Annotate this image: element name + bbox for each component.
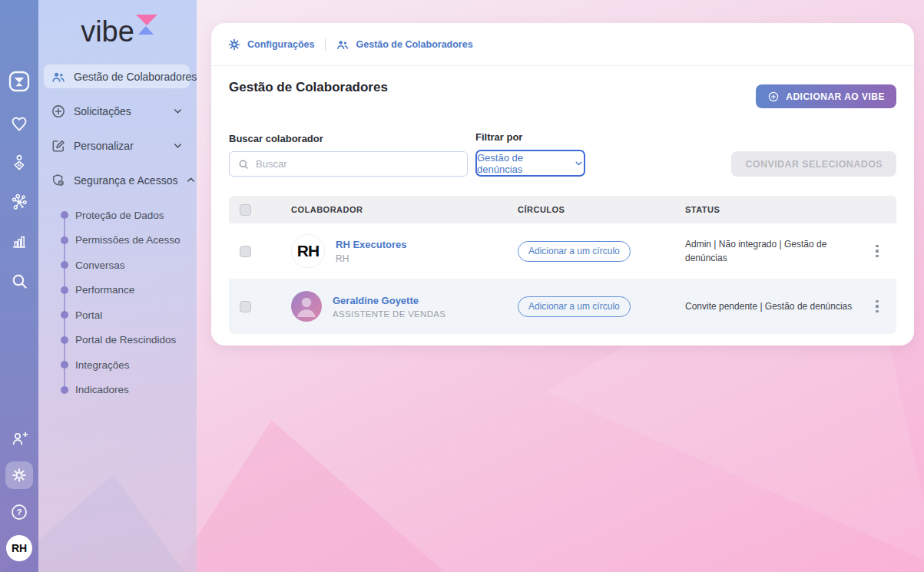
breadcrumb-label: Configurações [247,39,315,50]
filter-select[interactable]: Gestão de denúncias [475,150,585,177]
collaborators-table: COLABORADOR CÍRCULOS STATUS RH RH Execut… [229,196,896,334]
column-circulos: CÍRCULOS [518,205,685,214]
plus-circle-icon [51,104,66,119]
avatar: RH [291,234,325,268]
sidebar-item-seguranca-acessos[interactable]: Segurança e Acessos [44,168,190,192]
status-text: Admin | Não integrado | Gestão de denúnc… [685,237,854,265]
sidebar-subitem-portal[interactable]: Portal [44,303,190,328]
help-icon[interactable]: ? [10,503,28,521]
shield-icon [51,173,66,188]
bar-chart-icon[interactable] [10,232,28,250]
settings-button[interactable] [5,461,33,489]
select-all-checkbox[interactable] [240,204,251,216]
magnifier-icon [237,158,250,170]
logo-triangle-pink-icon [136,15,157,25]
invite-selected-button[interactable]: CONVIDAR SELECIONADOS [731,151,896,177]
sidebar-subitem-performance[interactable]: Performance [44,278,190,303]
chevron-down-icon [172,105,184,117]
breadcrumb-label: Gestão de Colaboradores [356,39,473,50]
status-text: Convite pendente | Gestão de denúncias [685,299,854,313]
sidebar-subitem-permissoes-de-acesso[interactable]: Permissões de Acesso [44,228,190,253]
chevron-up-icon [185,174,197,186]
network-icon[interactable] [10,193,28,211]
logo-triangle-blue-icon [138,26,154,35]
avatar [291,291,322,322]
search-icon[interactable] [9,271,29,291]
sidebar-item-gestao-colaboradores[interactable]: Gestão de Colaboradores [44,64,190,88]
sidebar-nav: Gestão de Colaboradores Solicitações Per… [38,48,197,402]
chevron-down-icon [574,158,584,168]
table-row: Geraldine Goyette ASSISTENTE DE VENDAS A… [229,279,896,334]
gear-icon [228,38,240,51]
search-box [229,151,468,177]
svg-text:AI: AI [18,163,22,167]
sidebar-item-label: Personalizar [74,140,134,152]
security-submenu: Proteção de Dados Permissões de Acesso C… [44,203,190,402]
page-title: Gestão de Colaboradores [229,80,388,95]
filter-selected-value: Gestão de denúncias [477,152,568,175]
user-avatar[interactable]: RH [6,535,32,561]
kebab-menu-icon[interactable] [858,242,896,261]
table-row: RH RH Executores RH Adicionar a um círcu… [229,223,896,279]
circle-plus-icon [767,91,780,103]
gear-icon [12,468,27,483]
sidebar-item-solicitacoes[interactable]: Solicitações [44,99,190,123]
add-to-circle-button[interactable]: Adicionar a um círculo [518,241,631,262]
people-icon [336,38,349,51]
kebab-menu-icon[interactable] [858,297,896,316]
sidebar-subitem-conversas[interactable]: Conversas [44,253,190,278]
sidebar-item-label: Gestão de Colaboradores [74,71,197,83]
icon-rail: AI ? RH [0,0,38,572]
person-add-icon[interactable] [10,429,28,448]
filter-label: Filtrar por [475,131,585,143]
heart-icon[interactable] [10,114,28,133]
add-to-vibe-label: ADICIONAR AO VIBE [786,91,885,102]
search-input[interactable] [256,158,459,170]
svg-text:?: ? [16,508,22,517]
search-group: Buscar colaborador [229,133,468,177]
sidebar-subitem-indicadores[interactable]: Indicadores [44,378,190,403]
filter-group: Filtrar por Gestão de denúncias [475,131,585,177]
column-colaborador: COLABORADOR [291,205,518,214]
collaborator-name-link[interactable]: Geraldine Goyette [333,295,445,306]
sidebar-subitem-integracoes[interactable]: Integrações [44,352,190,378]
add-to-circle-button[interactable]: Adicionar a um círculo [518,296,631,317]
sidebar: vibe Gestão de Colaboradores Solicitaçõe… [38,0,197,572]
sidebar-item-personalizar[interactable]: Personalizar [44,134,190,157]
sidebar-item-label: Solicitações [74,105,131,117]
breadcrumb-gestao-colaboradores[interactable]: Gestão de Colaboradores [336,38,473,51]
vibe-logo: vibe [81,15,154,48]
collaborator-name-link[interactable]: RH Executores [336,239,406,250]
logo-text: vibe [81,15,134,48]
breadcrumb-separator [325,38,326,51]
breadcrumb: Configurações Gestão de Colaboradores [211,23,914,66]
people-icon [51,69,66,84]
row-checkbox[interactable] [240,301,251,312]
app-window: AI ? RH [0,0,924,572]
collaborator-subtitle: RH [336,253,406,264]
sidebar-subitem-portal-de-rescindidos[interactable]: Portal de Rescindidos [44,328,190,353]
sidebar-subitem-protecao-de-dados[interactable]: Proteção de Dados [44,203,190,228]
ai-person-icon[interactable]: AI [10,154,28,172]
add-to-vibe-button[interactable]: ADICIONAR AO VIBE [756,84,896,108]
collaborator-subtitle: ASSISTENTE DE VENDAS [333,309,445,319]
sidebar-item-label: Segurança e Acessos [74,174,177,187]
search-label: Buscar colaborador [229,133,468,144]
row-checkbox[interactable] [240,246,251,257]
main-card: Configurações Gestão de Colaboradores Ge… [211,23,914,346]
table-header: COLABORADOR CÍRCULOS STATUS [229,196,896,223]
vibe-mark-icon[interactable] [7,69,31,94]
chevron-down-icon [172,140,184,151]
breadcrumb-configuracoes[interactable]: Configurações [228,38,315,51]
edit-icon [51,138,66,154]
column-status: STATUS [685,205,858,214]
